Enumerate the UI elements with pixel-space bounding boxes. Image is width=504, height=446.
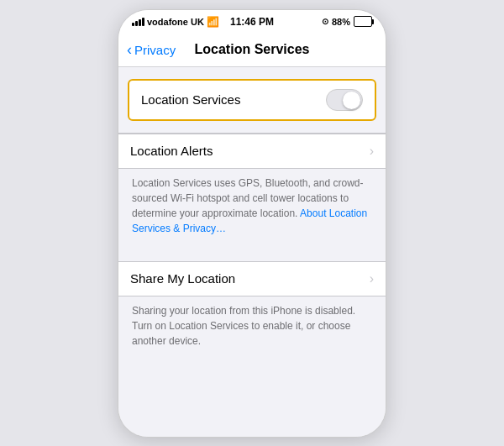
carrier-name: vodafone UK <box>147 17 204 27</box>
signal-bars <box>132 18 144 26</box>
share-location-group: Share My Location › <box>118 261 386 296</box>
location-alerts-section: Location Alerts › <box>118 133 386 169</box>
share-location-section: Share My Location › <box>118 261 386 296</box>
status-bar: vodafone UK 📶 11:46 PM ⊙ 88% <box>118 10 386 34</box>
location-alerts-label: Location Alerts <box>130 144 213 158</box>
location-services-row[interactable]: Location Services <box>128 79 376 121</box>
page-title: Location Services <box>195 42 310 57</box>
chevron-right-icon: › <box>370 144 374 159</box>
phone-frame: vodafone UK 📶 11:46 PM ⊙ 88% ‹ Privacy L… <box>118 9 386 438</box>
share-my-location-row[interactable]: Share My Location › <box>118 262 386 296</box>
location-icon: ⊙ <box>322 17 328 26</box>
status-time: 11:46 PM <box>230 16 274 28</box>
location-services-section: Location Services <box>127 79 377 121</box>
battery-nub <box>372 19 374 24</box>
status-right: ⊙ 88% <box>322 16 372 27</box>
signal-bar-4 <box>142 18 144 26</box>
content-area: Location Services Location Alerts › Loca… <box>118 67 386 437</box>
nav-bar: ‹ Privacy Location Services <box>118 34 386 67</box>
back-button[interactable]: ‹ Privacy <box>127 41 176 59</box>
signal-bar-2 <box>135 21 138 26</box>
toggle-knob <box>343 92 360 109</box>
battery-percentage: 88% <box>332 17 350 27</box>
share-chevron-icon: › <box>370 271 374 286</box>
share-my-location-label: Share My Location <box>130 271 235 286</box>
chevron-left-icon: ‹ <box>127 41 132 59</box>
signal-bar-3 <box>139 19 141 26</box>
battery-icon <box>354 16 372 27</box>
location-services-toggle[interactable] <box>326 89 363 111</box>
signal-bar-1 <box>132 23 134 26</box>
location-services-label: Location Services <box>141 92 240 107</box>
location-alerts-row[interactable]: Location Alerts › <box>118 134 386 168</box>
share-description-text: Sharing your location from this iPhone i… <box>132 305 355 347</box>
location-description: Location Services uses GPS, Bluetooth, a… <box>118 169 386 246</box>
back-label: Privacy <box>134 43 176 57</box>
carrier-info: vodafone UK 📶 <box>132 16 219 28</box>
location-alerts-group: Location Alerts › <box>118 133 386 169</box>
share-description: Sharing your location from this iPhone i… <box>118 296 386 360</box>
wifi-icon: 📶 <box>207 16 219 28</box>
